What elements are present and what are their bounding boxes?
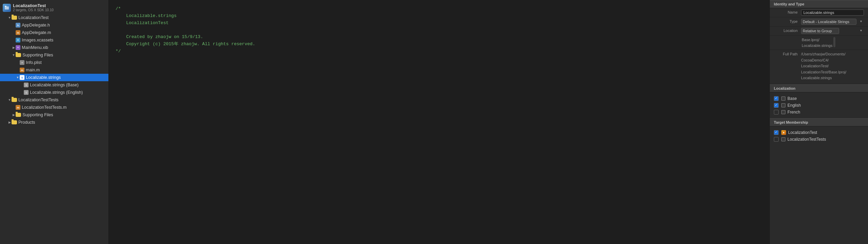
disclosure-products [7,120,12,124]
sidebar-item-appdelegate-h[interactable]: h AppDelegate.h [0,21,108,29]
disclosure-supporting-files-1 [12,53,16,57]
checkmark-localizationtest: ✓ [775,131,778,134]
code-line-5: Created by zhaojw on 15/9/13. [116,34,763,41]
checkbox-french[interactable] [774,110,779,115]
sidebar[interactable]: LocalizationTest 2 targets, OS X SDK 10.… [0,0,109,244]
name-input[interactable] [801,10,864,16]
strings-icon-selected: S [20,75,24,80]
sidebar-item-products[interactable]: Products [0,119,108,126]
checkmark-english: ✓ [775,104,778,107]
localization-section: ✓ Base ✓ English French [770,92,868,118]
target-membership-section-header: Target Membership [770,118,868,126]
sidebar-item-label: AppDelegate.h [22,23,50,28]
sidebar-item-appdelegate-m[interactable]: m AppDelegate.m [0,29,108,36]
full-path-value: /Users/zhaojw/Documents/CocoaDemo/C4/Loc… [801,51,864,81]
full-path-label: Full Path [774,51,798,56]
sidebar-item-label: Images.xcassets [22,38,53,42]
name-row: Name [770,8,868,17]
xcassets-icon: ⊞ [16,38,20,42]
disclosure-mainmenu [12,46,16,50]
localization-section-header: Localization [770,84,868,92]
localization-label-english: English [787,103,801,108]
target-label-localizationtesttests: LocalizationTestTests [787,137,826,142]
sidebar-item-localizationtesttests-group[interactable]: LocalizationTestTests [0,96,108,104]
folder-icon [12,16,17,20]
target-row-localizationtesttests: LocalizationTestTests [774,136,864,143]
path-line1: Base.lproj/ [802,37,819,43]
identity-section-header: Identity and Type [770,0,868,8]
type-select-wrapper: Default - Localizable Strings [801,19,864,25]
type-row: Type Default - Localizable Strings [770,17,868,27]
editor[interactable]: /* Localizable.strings LocalizationTest … [109,0,769,244]
checkbox-localizationtest[interactable]: ✓ [774,130,779,135]
sidebar-item-label: LocalizationTestTests [18,98,58,102]
project-header: LocalizationTest 2 targets, OS X SDK 10.… [0,1,108,14]
editor-content: /* Localizable.strings LocalizationTest … [116,5,763,55]
sidebar-item-supporting-files-1[interactable]: Supporting Files [0,51,108,59]
checkmark-base: ✓ [775,97,778,100]
sidebar-item-mainmenu-xib[interactable]: ✦ MainMenu.xib [0,44,108,51]
path-row: Base.lproj/ Localizable.strings [770,36,868,50]
localization-label-base: Base [787,96,797,101]
sidebar-item-label: Products [18,120,35,125]
checkbox-localizationtesttests[interactable] [774,137,779,142]
sidebar-item-localizationtesttests-m[interactable]: m LocalizationTestTests.m [0,104,108,111]
sidebar-item-info-plist[interactable]: ≡ Info.plist [0,59,108,66]
target-row-localizationtest: ✓ ▲ LocalizationTest [774,129,864,136]
sidebar-item-label: LocalizationTest [18,15,49,20]
type-label: Type [774,19,798,23]
strings-icon: S [24,90,29,95]
sidebar-item-localizable-strings-english[interactable]: S Localizable.strings (English) [0,89,108,96]
plist-icon: ≡ [20,60,24,65]
folder-icon [12,120,17,124]
checkbox-base[interactable]: ✓ [774,96,779,101]
project-name: LocalizationTest [13,3,54,8]
file-badge-french [781,110,785,114]
code-line-1: /* [116,5,763,13]
h-file-icon: h [16,23,20,28]
code-line-7: */ [116,48,763,55]
sidebar-item-label: Supporting Files [22,112,53,117]
disclosure-localizationtest [7,16,12,20]
checkbox-english[interactable]: ✓ [774,103,779,108]
disclosure-supporting-files-2 [12,113,16,117]
disclosure-localizable-strings [16,75,20,80]
sidebar-item-supporting-files-2[interactable]: Supporting Files [0,111,108,119]
code-line-2: Localizable.strings [116,13,763,20]
sidebar-item-label: Localizable.strings (Base) [30,83,79,87]
strings-icon: S [24,83,29,87]
sidebar-item-label: main.m [26,68,40,72]
m-file-icon: m [16,105,20,110]
localization-label-french: French [787,110,800,115]
sidebar-item-localizable-strings-base[interactable]: S Localizable.strings (Base) [0,81,108,89]
sidebar-item-label: AppDelegate.m [22,30,51,35]
project-subtitle: 2 targets, OS X SDK 10.10 [13,8,54,12]
target-tests-icon [781,137,785,141]
code-line-6: Copyright (c) 2015年 zhaojw. All rights r… [116,41,763,48]
sidebar-item-label: Localizable.strings [26,75,61,80]
type-select[interactable]: Default - Localizable Strings [801,19,856,25]
svg-rect-0 [5,6,9,10]
code-line-3: LocalizationTest [116,20,763,27]
sidebar-item-images-xcassets[interactable]: ⊞ Images.xcassets [0,36,108,44]
svg-rect-1 [5,6,6,7]
name-label: Name [774,10,798,14]
file-badge-base [781,97,785,101]
location-select[interactable]: Relative to Group [801,28,839,34]
target-membership-section: ✓ ▲ LocalizationTest LocalizationTestTes… [770,126,868,145]
path-line2: Localizable.strings [802,43,833,49]
sidebar-item-localizable-strings[interactable]: S Localizable.strings [0,74,108,81]
sidebar-item-localizationtest-group[interactable]: LocalizationTest [0,14,108,21]
disclosure-localizationtesttests [7,98,12,102]
target-app-icon: ▲ [781,130,786,135]
code-line-4 [116,27,763,34]
folder-icon [16,113,21,117]
target-label-localizationtest: LocalizationTest [788,130,817,135]
localization-row-english: ✓ English [774,102,864,109]
right-panel: Identity and Type Name Type Default - Lo… [769,0,868,244]
full-path-row: Full Path /Users/zhaojw/Documents/CocoaD… [770,50,868,84]
sidebar-item-main-m[interactable]: m main.m [0,66,108,74]
m-file-icon: m [16,30,20,35]
m-file-icon: m [20,68,24,72]
localization-row-base: ✓ Base [774,95,864,102]
